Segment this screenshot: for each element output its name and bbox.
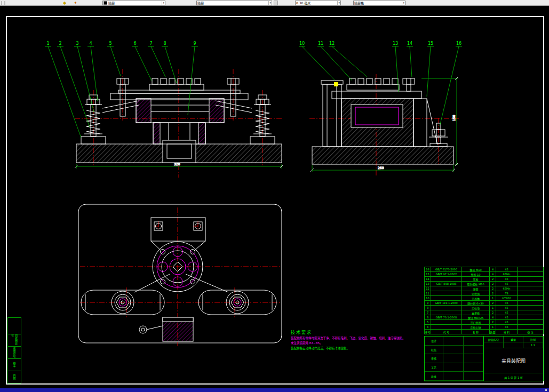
- title-block-stage: 阶段标记 重量 比例 1:1: [484, 337, 543, 348]
- drawing-canvas[interactable]: 320: [0, 6, 549, 388]
- balloon-7: 7: [149, 41, 152, 46]
- parts-list-row: 13GB/T 898-1988双头螺柱 M10245: [425, 282, 544, 286]
- margin-block: 旧底图总号: [7, 334, 21, 347]
- margin-block: 底图总号: [7, 346, 21, 359]
- chevron-down-icon: ▾: [402, 1, 404, 5]
- signature-row: 审核: [425, 354, 483, 363]
- margin-block: 签字: [7, 358, 21, 371]
- color-value: 随层: [108, 1, 115, 5]
- stage-value: [484, 342, 504, 348]
- notes-title: 技术要求: [291, 329, 424, 335]
- signature-row: 批准: [425, 372, 483, 381]
- balloon-3: 3: [76, 41, 78, 46]
- status-bar: [0, 388, 549, 392]
- balloon-10: 10: [299, 41, 305, 46]
- balloon-2: 2: [59, 41, 61, 46]
- chevron-down-icon: ▾: [268, 1, 271, 5]
- parts-list-row: 16GB/T 6170-2000螺母 M10445: [425, 267, 544, 272]
- front-width-dim: 320: [174, 162, 180, 166]
- scale-label: 比例: [523, 337, 543, 342]
- note-line: 装配前所有零件均需清洗干净，不得有毛刺、飞边、氧化皮、锈蚀、切屑、油污等缺陷。: [291, 336, 424, 341]
- parts-list-row: 9GB/T 119.1-2000圆柱销 6×30235: [425, 301, 544, 306]
- margin-blocks: 旧底图总号底图总号签字日期: [7, 318, 21, 383]
- balloon-9: 9: [193, 41, 196, 46]
- balloon-12: 12: [329, 41, 335, 46]
- balloon-6: 6: [133, 41, 136, 46]
- signature-row: 设计: [425, 337, 483, 346]
- note-line: 装配后各运动件动作灵活，不得有卡滞现象。: [291, 346, 424, 351]
- plan-view: [78, 204, 282, 346]
- parts-list-row: 15GB/T 97.1-2002垫圈 10465Mn: [425, 272, 544, 277]
- side-height-dim: 150: [452, 115, 456, 121]
- balloon-4: 4: [89, 41, 92, 46]
- weight-label: 重量: [504, 337, 523, 342]
- properties-toolbar: ◆ ✦ 随层 ▾ 随层 ▾ 0.30 毫米 ▾ 随层色 ▾: [0, 0, 549, 6]
- balloon-16: 16: [456, 41, 462, 46]
- weight-value: [504, 342, 523, 348]
- stage-label: 阶段标记: [484, 337, 504, 342]
- balloon-15: 15: [428, 41, 433, 46]
- balloon-1: 1: [46, 41, 49, 46]
- parts-list-row: 11定位销2T8: [425, 291, 544, 296]
- plotstyle-control[interactable]: 随层色 ▾: [353, 1, 405, 5]
- block-icon[interactable]: ◆: [63, 0, 66, 6]
- technical-notes: 技术要求 装配前所有零件均需清洗干净，不得有毛刺、飞边、氧化皮、锈蚀、切屑、油污…: [291, 329, 424, 351]
- margin-block: 日期: [7, 371, 21, 383]
- drawing-title: 夹具装配图: [484, 348, 543, 373]
- highlight-marker: [334, 82, 338, 86]
- status-indicator: [545, 389, 547, 391]
- balloon-13: 13: [393, 41, 398, 46]
- scale-value: 1:1: [523, 342, 543, 348]
- color-control[interactable]: 随层 ▾: [102, 1, 165, 5]
- lineweight-control[interactable]: 0.30 毫米 ▾: [295, 1, 341, 5]
- title-block: 设计校核审核工艺批准 阶段标记 重量 比例 1:1 夹具装配图 共 1 张 第 …: [424, 336, 544, 381]
- linetype-control[interactable]: 随层 ▾: [196, 1, 272, 5]
- toolbar-separator: [274, 1, 278, 5]
- title-block-signatures: 设计校核审核工艺批准: [425, 337, 484, 381]
- app-window: ◆ ✦ 随层 ▾ 随层 ▾ 0.30 毫米 ▾ 随层色 ▾: [0, 0, 549, 392]
- palette-icon[interactable]: ✦: [74, 0, 77, 6]
- balloon-11: 11: [318, 41, 323, 46]
- parts-list-row: 4定位心轴145: [425, 325, 544, 330]
- bylayer-color-swatch: [104, 1, 107, 5]
- lineweight-value: 0.30 毫米: [296, 1, 311, 5]
- parts-list-row: 6GB/T 70.1-2008螺钉 M8×25445: [425, 315, 544, 320]
- plotstyle-value: 随层色: [354, 1, 364, 5]
- balloon-8: 8: [163, 41, 166, 46]
- chevron-down-icon: ▾: [337, 1, 340, 5]
- chevron-down-icon: ▾: [162, 1, 164, 5]
- side-view: 150 260: [309, 74, 460, 175]
- parts-list-row: 8定位块145: [425, 306, 544, 310]
- parts-list-row: 12弹簧265Mn: [425, 286, 544, 291]
- front-view: 320: [75, 69, 283, 178]
- parts-list-row: 10夹具体1HT200: [425, 296, 544, 301]
- parts-list-row: 5开口垫圈245: [425, 320, 544, 325]
- parts-list: 16GB/T 6170-2000螺母 M1044515GB/T 97.1-200…: [424, 267, 544, 334]
- balloon-5: 5: [109, 41, 112, 46]
- linetype-value: 随层: [197, 1, 204, 5]
- balloon-14: 14: [407, 41, 412, 46]
- toolbar-grip[interactable]: [1, 1, 5, 5]
- parts-list-header: 序号代 号名 称数量材 料备 注: [425, 330, 544, 334]
- parts-list-row: 7支承板245: [425, 310, 544, 315]
- signature-row: 校核: [425, 346, 483, 355]
- parts-list-row: 14压板245: [425, 277, 544, 282]
- note-line: 未注铸造圆角 R3~R5。: [291, 341, 424, 346]
- signature-row: 工艺: [425, 363, 483, 372]
- margin-block: [7, 317, 21, 334]
- sheet-count: 共 1 张 第 1 张: [484, 373, 543, 381]
- side-width-dim: 260: [378, 166, 384, 170]
